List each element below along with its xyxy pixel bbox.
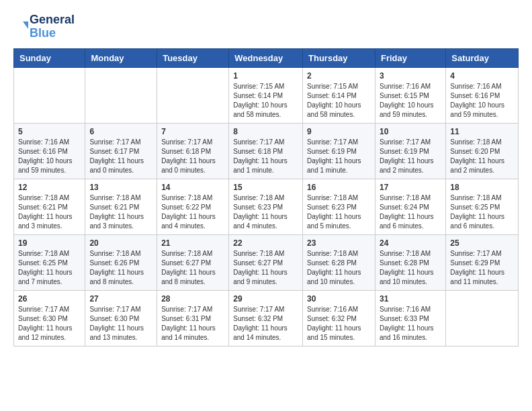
day-info: Sunrise: 7:18 AMSunset: 6:20 PMDaylight:… (450, 138, 514, 175)
day-info: Sunrise: 7:17 AMSunset: 6:31 PMDaylight:… (161, 305, 224, 342)
calendar-cell: 15Sunrise: 7:18 AMSunset: 6:23 PMDayligh… (229, 179, 303, 234)
day-info: Sunrise: 7:15 AMSunset: 6:14 PMDaylight:… (307, 82, 371, 120)
calendar-cell: 5Sunrise: 7:16 AMSunset: 6:16 PMDaylight… (14, 123, 85, 179)
day-info: Sunrise: 7:18 AMSunset: 6:21 PMDaylight:… (18, 193, 81, 231)
svg-marker-0 (23, 21, 28, 29)
calendar-cell: 16Sunrise: 7:18 AMSunset: 6:23 PMDayligh… (303, 179, 375, 234)
day-info: Sunrise: 7:15 AMSunset: 6:14 PMDaylight:… (233, 82, 298, 120)
day-info: Sunrise: 7:17 AMSunset: 6:32 PMDaylight:… (233, 305, 298, 342)
day-number: 8 (233, 127, 298, 136)
day-number: 31 (380, 294, 441, 304)
calendar-cell: 7Sunrise: 7:17 AMSunset: 6:18 PMDaylight… (157, 123, 229, 179)
calendar-cell: 11Sunrise: 7:18 AMSunset: 6:20 PMDayligh… (446, 123, 519, 179)
day-number: 25 (450, 238, 514, 248)
day-number: 14 (161, 183, 224, 192)
calendar-cell: 8Sunrise: 7:17 AMSunset: 6:18 PMDaylight… (229, 123, 303, 179)
day-info: Sunrise: 7:18 AMSunset: 6:27 PMDaylight:… (233, 249, 298, 287)
day-info: Sunrise: 7:16 AMSunset: 6:32 PMDaylight:… (307, 305, 371, 342)
weekday-header-thursday: Thursday (303, 48, 375, 67)
weekday-header-saturday: Saturday (446, 48, 519, 67)
calendar-cell: 31Sunrise: 7:16 AMSunset: 6:33 PMDayligh… (375, 290, 445, 346)
calendar-cell: 3Sunrise: 7:16 AMSunset: 6:15 PMDaylight… (375, 67, 445, 123)
day-number: 29 (233, 294, 298, 304)
weekday-header-wednesday: Wednesday (229, 48, 303, 67)
calendar-cell: 18Sunrise: 7:18 AMSunset: 6:25 PMDayligh… (446, 179, 519, 234)
day-number: 24 (380, 238, 441, 248)
day-info: Sunrise: 7:17 AMSunset: 6:19 PMDaylight:… (380, 138, 441, 175)
day-info: Sunrise: 7:17 AMSunset: 6:18 PMDaylight:… (233, 138, 298, 175)
day-number: 30 (307, 294, 371, 304)
day-number: 22 (233, 238, 298, 248)
day-number: 27 (89, 294, 152, 304)
day-number: 5 (18, 127, 81, 136)
day-info: Sunrise: 7:18 AMSunset: 6:28 PMDaylight:… (307, 249, 371, 287)
day-number: 16 (307, 183, 371, 192)
day-number: 7 (161, 127, 224, 136)
day-number: 6 (89, 127, 152, 136)
day-number: 2 (307, 71, 371, 81)
logo-text: General Blue (30, 13, 75, 40)
calendar-cell: 25Sunrise: 7:17 AMSunset: 6:29 PMDayligh… (446, 234, 519, 290)
calendar-cell: 27Sunrise: 7:17 AMSunset: 6:30 PMDayligh… (85, 290, 157, 346)
calendar-cell: 13Sunrise: 7:18 AMSunset: 6:21 PMDayligh… (85, 179, 157, 234)
calendar-cell: 2Sunrise: 7:15 AMSunset: 6:14 PMDaylight… (303, 67, 375, 123)
calendar-cell (14, 67, 85, 123)
calendar-cell: 19Sunrise: 7:18 AMSunset: 6:25 PMDayligh… (14, 234, 85, 290)
weekday-header-sunday: Sunday (14, 48, 85, 67)
day-info: Sunrise: 7:18 AMSunset: 6:23 PMDaylight:… (307, 193, 371, 231)
weekday-header-monday: Monday (85, 48, 157, 67)
calendar-cell: 6Sunrise: 7:17 AMSunset: 6:17 PMDaylight… (85, 123, 157, 179)
calendar-cell: 9Sunrise: 7:17 AMSunset: 6:19 PMDaylight… (303, 123, 375, 179)
calendar-cell: 22Sunrise: 7:18 AMSunset: 6:27 PMDayligh… (229, 234, 303, 290)
calendar-cell (157, 67, 229, 123)
calendar-cell: 17Sunrise: 7:18 AMSunset: 6:24 PMDayligh… (375, 179, 445, 234)
calendar-table: SundayMondayTuesdayWednesdayThursdayFrid… (13, 48, 519, 347)
day-info: Sunrise: 7:18 AMSunset: 6:26 PMDaylight:… (89, 249, 152, 287)
day-info: Sunrise: 7:17 AMSunset: 6:30 PMDaylight:… (18, 305, 81, 342)
day-info: Sunrise: 7:16 AMSunset: 6:16 PMDaylight:… (18, 138, 81, 175)
day-number: 11 (450, 127, 514, 136)
day-info: Sunrise: 7:18 AMSunset: 6:25 PMDaylight:… (450, 193, 514, 231)
weekday-header-friday: Friday (375, 48, 445, 67)
day-number: 10 (380, 127, 441, 136)
calendar-cell (446, 290, 519, 346)
day-number: 4 (450, 71, 514, 81)
day-info: Sunrise: 7:16 AMSunset: 6:16 PMDaylight:… (450, 82, 514, 120)
day-info: Sunrise: 7:16 AMSunset: 6:33 PMDaylight:… (380, 305, 441, 342)
calendar-cell: 21Sunrise: 7:18 AMSunset: 6:27 PMDayligh… (157, 234, 229, 290)
calendar-cell: 30Sunrise: 7:16 AMSunset: 6:32 PMDayligh… (303, 290, 375, 346)
day-info: Sunrise: 7:17 AMSunset: 6:30 PMDaylight:… (89, 305, 152, 342)
day-number: 18 (450, 183, 514, 192)
day-number: 17 (380, 183, 441, 192)
day-number: 3 (380, 71, 441, 81)
day-info: Sunrise: 7:18 AMSunset: 6:22 PMDaylight:… (161, 193, 224, 231)
logo: General Blue (13, 13, 75, 40)
day-info: Sunrise: 7:16 AMSunset: 6:15 PMDaylight:… (380, 82, 441, 120)
day-info: Sunrise: 7:17 AMSunset: 6:18 PMDaylight:… (161, 138, 224, 175)
calendar-cell: 4Sunrise: 7:16 AMSunset: 6:16 PMDaylight… (446, 67, 519, 123)
day-number: 19 (18, 238, 81, 248)
day-info: Sunrise: 7:18 AMSunset: 6:27 PMDaylight:… (161, 249, 224, 287)
calendar-cell: 1Sunrise: 7:15 AMSunset: 6:14 PMDaylight… (229, 67, 303, 123)
day-number: 23 (307, 238, 371, 248)
calendar-cell: 24Sunrise: 7:18 AMSunset: 6:28 PMDayligh… (375, 234, 445, 290)
day-info: Sunrise: 7:18 AMSunset: 6:25 PMDaylight:… (18, 249, 81, 287)
day-info: Sunrise: 7:18 AMSunset: 6:21 PMDaylight:… (89, 193, 152, 231)
day-info: Sunrise: 7:17 AMSunset: 6:17 PMDaylight:… (89, 138, 152, 175)
calendar-cell: 23Sunrise: 7:18 AMSunset: 6:28 PMDayligh… (303, 234, 375, 290)
weekday-header-tuesday: Tuesday (157, 48, 229, 67)
calendar-cell: 29Sunrise: 7:17 AMSunset: 6:32 PMDayligh… (229, 290, 303, 346)
day-info: Sunrise: 7:18 AMSunset: 6:23 PMDaylight:… (233, 193, 298, 231)
calendar-cell: 20Sunrise: 7:18 AMSunset: 6:26 PMDayligh… (85, 234, 157, 290)
day-number: 28 (161, 294, 224, 304)
day-number: 20 (89, 238, 152, 248)
day-number: 1 (233, 71, 298, 81)
calendar-cell: 12Sunrise: 7:18 AMSunset: 6:21 PMDayligh… (14, 179, 85, 234)
day-number: 9 (307, 127, 371, 136)
calendar-cell: 14Sunrise: 7:18 AMSunset: 6:22 PMDayligh… (157, 179, 229, 234)
calendar-cell: 28Sunrise: 7:17 AMSunset: 6:31 PMDayligh… (157, 290, 229, 346)
calendar-cell (85, 67, 157, 123)
day-number: 26 (18, 294, 81, 304)
day-info: Sunrise: 7:18 AMSunset: 6:28 PMDaylight:… (380, 249, 441, 287)
day-number: 15 (233, 183, 298, 192)
